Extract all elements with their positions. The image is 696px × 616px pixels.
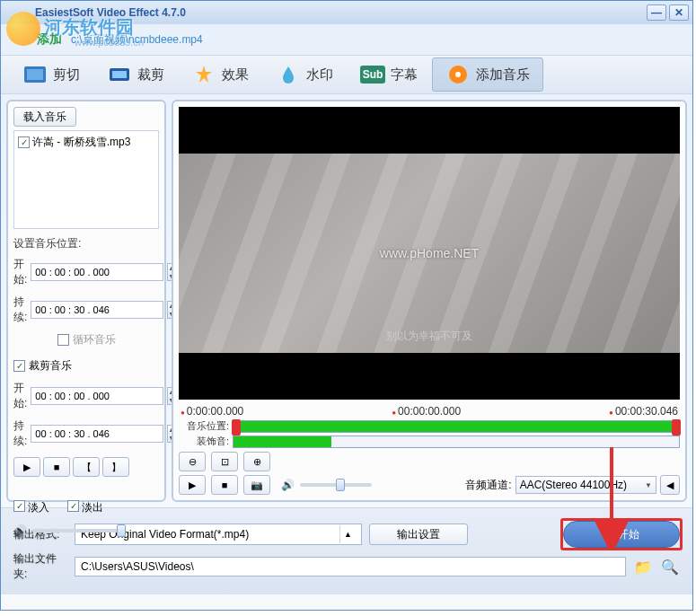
output-folder-input[interactable] (75, 557, 626, 576)
close-button[interactable]: ✕ (669, 4, 689, 21)
time-mid: 00:00:00.000 (392, 405, 461, 418)
audio-prev-button[interactable]: ◀ (660, 475, 680, 495)
svg-marker-4 (196, 66, 212, 83)
mark-in-button[interactable]: 【 (73, 457, 100, 477)
svg-rect-3 (112, 71, 127, 78)
disc-icon (445, 64, 471, 85)
video-watermark: www.pHome.NET (380, 246, 479, 260)
window-title: EasiestSoft Video Effect 4.7.0 (35, 6, 647, 19)
fadein-checkbox[interactable]: ✓ (13, 500, 25, 512)
output-folder-label: 输出文件夹: (13, 551, 67, 582)
snapshot-button[interactable]: 📷 (243, 475, 270, 495)
sub-icon: Sub (360, 64, 385, 85)
duration-label: 持续: (13, 295, 27, 325)
footer: 输出格式: Keep Original Video Format(*.mp4) … (1, 507, 692, 594)
preview-volume-slider[interactable] (300, 483, 372, 487)
zoom-out-button[interactable]: ⊖ (179, 452, 206, 471)
music-pos-label: 音乐位置: (179, 419, 229, 433)
loop-checkbox[interactable] (57, 334, 69, 346)
audio-channel-combo[interactable]: AAC(Stereo 44100Hz) ▼ (515, 476, 656, 494)
play-button[interactable]: ▶ (13, 457, 40, 477)
app-logo-icon (4, 1, 31, 24)
drop-icon (276, 64, 301, 85)
time-start: 0:00:00.000 (181, 405, 243, 418)
speaker-icon: 🔊 (281, 479, 295, 491)
mark-out-button[interactable]: 】 (102, 457, 129, 477)
video-preview[interactable]: www.pHome.NET 别以为幸福不可及 (179, 107, 680, 400)
film-icon (22, 64, 48, 85)
tab-subtitle[interactable]: Sub 字幕 (348, 57, 430, 92)
search-icon[interactable]: 🔍 (660, 557, 680, 576)
volume-slider[interactable] (32, 529, 126, 532)
minimize-button[interactable]: — (647, 4, 666, 21)
zoom-fit-button[interactable]: ⊡ (211, 452, 238, 471)
load-music-button[interactable]: 载入音乐 (13, 107, 76, 127)
tab-add-music[interactable]: 添加音乐 (432, 57, 543, 92)
trim-checkbox[interactable]: ✓ (13, 360, 25, 372)
timeline: 0:00:00.000 00:00:00.000 00:00:30.046 音乐… (179, 405, 680, 495)
app-window: 河东软件园 www.pc0359.cn EasiestSoft Video Ef… (0, 0, 693, 611)
pos-duration-input[interactable] (31, 301, 163, 319)
fadeout-label: 淡出 (82, 500, 103, 515)
output-settings-button[interactable]: 输出设置 (369, 524, 468, 545)
add-label: 添加 (37, 31, 62, 48)
list-item[interactable]: ✓ 许嵩 - 断桥残雪.mp3 (17, 134, 155, 151)
pos-start-input[interactable] (31, 263, 163, 281)
tabs-bar: 剪切 裁剪 效果 水印 Sub 字幕 添加音乐 (1, 55, 692, 94)
folder-icon[interactable]: 📁 (633, 557, 653, 576)
stop-button[interactable]: ■ (43, 457, 70, 477)
tab-effect[interactable]: 效果 (179, 57, 261, 92)
trim-label: 裁剪音乐 (29, 358, 72, 374)
audio-channel-label: 音频通道: (465, 478, 511, 493)
svg-rect-1 (27, 69, 43, 80)
fadein-label: 淡入 (28, 500, 49, 515)
time-end: 00:00:30.046 (609, 405, 678, 418)
chevron-down-icon: ▼ (645, 481, 652, 489)
set-position-label: 设置音乐位置: (13, 236, 159, 251)
stop-button[interactable]: ■ (211, 475, 238, 495)
trim-duration-input[interactable] (31, 425, 163, 443)
preview-panel: www.pHome.NET 别以为幸福不可及 0:00:00.000 00:00… (172, 100, 687, 502)
subheader: 添加 c:\桌面视频\ncmbdeee.mp4 (1, 24, 692, 55)
star-icon (191, 64, 216, 85)
music-track[interactable] (233, 420, 680, 433)
svg-point-8 (455, 72, 461, 77)
play-button[interactable]: ▶ (179, 475, 206, 495)
tab-watermark[interactable]: 水印 (263, 57, 346, 92)
decor-label: 装饰音: (179, 435, 229, 448)
start-label: 开始: (13, 381, 27, 411)
loop-label: 循环音乐 (73, 332, 116, 348)
music-panel: 载入音乐 ✓ 许嵩 - 断桥残雪.mp3 设置音乐位置: 开始: ▲▼ 持续: … (6, 100, 166, 502)
chevron-up-icon: ▲ (339, 525, 356, 543)
crop-icon (107, 64, 132, 85)
tab-crop[interactable]: 裁剪 (94, 57, 177, 92)
svg-text:Sub: Sub (363, 68, 383, 81)
checkbox-icon[interactable]: ✓ (18, 136, 30, 148)
duration-label: 持续: (13, 418, 27, 449)
fadeout-checkbox[interactable]: ✓ (67, 500, 79, 512)
start-label: 开始: (13, 257, 27, 287)
refresh-icon: ⟳ (603, 528, 612, 541)
trim-start-input[interactable] (31, 387, 163, 405)
decor-track[interactable] (233, 436, 680, 448)
tab-cut[interactable]: 剪切 (10, 57, 93, 92)
titlebar: EasiestSoft Video Effect 4.7.0 — ✕ (1, 1, 692, 24)
zoom-in-button[interactable]: ⊕ (243, 452, 270, 471)
file-path: c:\桌面视频\ncmbdeee.mp4 (71, 32, 203, 48)
video-subtitle: 别以为幸福不可及 (386, 329, 472, 344)
music-list[interactable]: ✓ 许嵩 - 断桥残雪.mp3 (13, 130, 159, 229)
music-item-label: 许嵩 - 断桥残雪.mp3 (32, 135, 130, 150)
start-button[interactable]: ⟳ 开始 (563, 521, 680, 548)
